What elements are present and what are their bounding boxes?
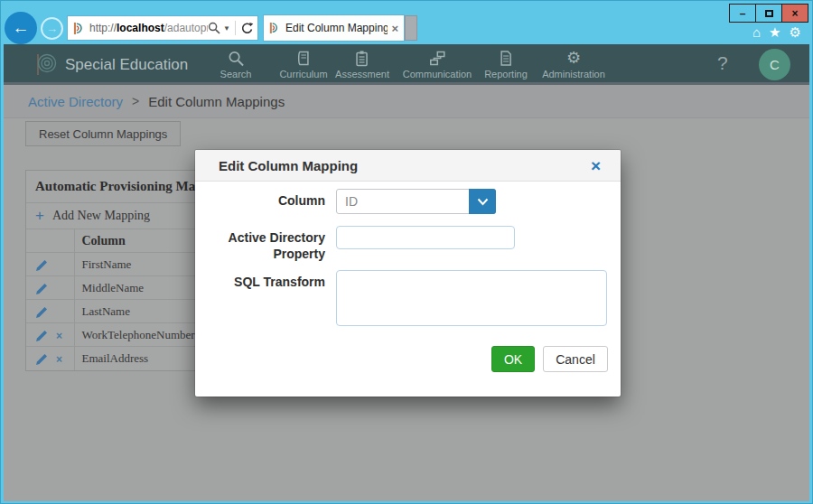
- close-icon: ×: [791, 7, 798, 20]
- edit-pencil-icon[interactable]: [35, 330, 48, 342]
- breadcrumb: Active Directory > Edit Column Mappings: [4, 85, 809, 118]
- url-text[interactable]: http://localhost/adautoprovisionedit: [89, 22, 208, 34]
- home-icon[interactable]: ⌂: [752, 24, 761, 41]
- address-divider: [235, 21, 236, 35]
- delete-icon[interactable]: ×: [56, 353, 62, 366]
- tab-close-icon[interactable]: ×: [391, 22, 398, 35]
- url-path: /adautoprovisionedit: [164, 22, 208, 34]
- nav-item-label: Reporting: [484, 69, 528, 79]
- reset-column-mappings-button[interactable]: Reset Column Mappings: [25, 121, 181, 146]
- new-tab-button[interactable]: [405, 15, 417, 41]
- edit-pencil-icon[interactable]: [35, 306, 48, 319]
- minimize-icon: –: [740, 7, 746, 20]
- avatar-initial: C: [770, 57, 780, 72]
- sql-transform-field-label: SQL Transform: [195, 270, 336, 291]
- add-new-mapping-label: Add New Mapping: [52, 209, 150, 223]
- nav-item-label: Communication: [403, 69, 472, 79]
- nav-item-curriculum[interactable]: Curriculum: [279, 49, 327, 79]
- dialog-close-icon[interactable]: ×: [591, 157, 621, 174]
- search-icon: [220, 49, 252, 67]
- document-icon: [484, 49, 528, 67]
- breadcrumb-link-active-directory[interactable]: Active Directory: [28, 94, 123, 109]
- delete-icon[interactable]: ×: [56, 330, 62, 342]
- site-favicon: [73, 22, 85, 35]
- app-navbar: Special Education Search Curriculum Asse…: [4, 44, 809, 85]
- minimize-button[interactable]: –: [729, 4, 756, 23]
- address-dropdown-caret-icon[interactable]: ▼: [223, 24, 230, 33]
- maximize-icon: [765, 10, 773, 17]
- help-button[interactable]: ?: [717, 52, 728, 74]
- nav-item-reporting[interactable]: Reporting: [484, 49, 528, 79]
- breadcrumb-separator: >: [132, 94, 139, 108]
- org-chart-icon: [403, 49, 472, 67]
- nav-item-label: Search: [220, 69, 252, 79]
- chevron-down-icon[interactable]: [469, 189, 496, 214]
- column-field-label: Column: [195, 189, 336, 210]
- nav-item-label: Assessment: [335, 69, 389, 79]
- edit-column-mapping-dialog: Edit Column Mapping × Column ID Active D…: [195, 150, 621, 397]
- ad-property-input[interactable]: [336, 226, 515, 249]
- dialog-header: Edit Column Mapping ×: [195, 150, 621, 182]
- edit-pencil-icon[interactable]: [35, 353, 48, 366]
- page-viewport: Special Education Search Curriculum Asse…: [4, 44, 809, 501]
- browser-tab[interactable]: Edit Column Mappings ×: [263, 14, 405, 42]
- gear-icon: ⚙: [542, 49, 605, 67]
- forward-button[interactable]: →: [41, 17, 63, 40]
- sql-transform-textarea[interactable]: [336, 270, 607, 326]
- nav-item-communication[interactable]: Communication: [403, 49, 472, 79]
- dialog-title: Edit Column Mapping: [195, 158, 591, 173]
- nav-item-search[interactable]: Search: [220, 49, 252, 79]
- clipboard-icon: [335, 49, 389, 67]
- book-icon: [279, 49, 327, 67]
- search-icon[interactable]: [208, 22, 220, 34]
- url-host: localhost: [117, 22, 164, 34]
- actions-header-cell: [26, 229, 74, 253]
- nav-item-label: Curriculum: [279, 69, 327, 79]
- tab-favicon: [269, 22, 280, 34]
- app-title: Special Education: [65, 56, 188, 74]
- back-button[interactable]: ←: [5, 12, 37, 44]
- window-controls: – ×: [730, 4, 808, 23]
- edit-pencil-icon[interactable]: [35, 283, 48, 295]
- url-protocol: http://: [89, 22, 117, 34]
- forward-arrow-icon: →: [46, 22, 58, 35]
- page-title: Edit Column Mappings: [148, 94, 285, 109]
- refresh-icon[interactable]: [240, 22, 254, 35]
- close-window-button[interactable]: ×: [781, 4, 808, 23]
- nav-item-administration[interactable]: ⚙ Administration: [542, 49, 605, 79]
- browser-settings-gear-icon[interactable]: ⚙: [790, 24, 801, 41]
- nav-item-assessment[interactable]: Assessment: [335, 49, 389, 79]
- tab-title: Edit Column Mappings: [285, 22, 388, 34]
- column-select-value: ID: [337, 194, 469, 209]
- user-avatar[interactable]: C: [759, 49, 790, 80]
- ad-property-field-label: Active Directory Property: [195, 226, 336, 262]
- favorites-star-icon[interactable]: ★: [769, 24, 780, 41]
- ok-button[interactable]: OK: [491, 346, 535, 372]
- maximize-button[interactable]: [755, 4, 782, 23]
- browser-window: – × ⌂ ★ ⚙ ← → http://localhost/adautopro…: [0, 0, 813, 504]
- column-select[interactable]: ID: [336, 189, 496, 214]
- address-bar[interactable]: http://localhost/adautoprovisionedit ▼: [67, 15, 258, 41]
- app-logo-icon: [35, 52, 59, 77]
- edit-pencil-icon[interactable]: [35, 259, 48, 272]
- back-arrow-icon: ←: [13, 18, 30, 38]
- plus-icon: +: [35, 207, 44, 225]
- nav-item-label: Administration: [542, 69, 605, 79]
- cancel-button[interactable]: Cancel: [543, 346, 608, 372]
